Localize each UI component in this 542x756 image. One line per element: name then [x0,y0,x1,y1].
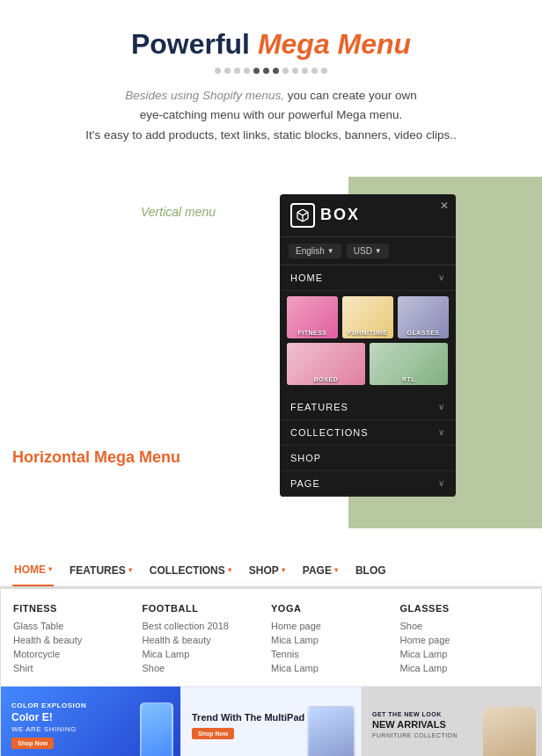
banner-text-3: Get the new look NEW ARRIVALS Furniture … [372,711,458,738]
rtl-label: RTL [402,376,415,382]
col-title-yoga: YOGA [271,603,392,614]
tablet-image [307,706,355,756]
sidebar-logo: BOX [290,203,360,228]
col-title-fitness: FITNESS [13,603,134,614]
dropdown-col-football: FOOTBALL Best collection 2018 Health & b… [143,603,272,677]
hmenu-item-page[interactable]: PAGE ▾ [301,564,340,577]
col-item[interactable]: Home page [400,635,521,645]
banner-btn-1[interactable]: Shop Now [11,738,54,749]
col-item[interactable]: Best collection 2018 [143,621,263,631]
sidebar-nav-shop[interactable]: SHOP [280,446,456,471]
hmenu-item-collections[interactable]: COLLECTIONS ▾ [148,564,233,577]
banner-title-1: Color E! [11,711,86,723]
dropdown-columns: FITNESS Glass Table Health & beauty Moto… [1,589,541,687]
col-item[interactable]: Tennis [271,649,392,659]
dropdown-col-fitness: FITNESS Glass Table Health & beauty Moto… [13,603,143,677]
sidebar-nav-page[interactable]: PAGE ∨ [280,471,456,497]
dot [244,68,250,74]
glasses-label: GLASSES [407,330,440,336]
phone-image [140,702,173,756]
sidebar-nav-features[interactable]: FEATURES ∨ [280,395,456,420]
banner-sub-1: We are shining [11,725,86,733]
dot [302,68,308,74]
currency-selector[interactable]: USD ▼ [347,244,389,258]
logo-icon [290,203,315,228]
hmenu-wrapper: HOME ▾ FEATURES ▾ COLLECTIONS ▾ SHOP ▾ P… [0,555,542,756]
col-item[interactable]: Mica Lamp [400,649,521,659]
dropdown-panel: FITNESS Glass Table Health & beauty Moto… [0,588,542,756]
sidebar-home-grid: FITNESS FURNITURE GLASSES BOXED RTL [280,291,456,395]
col-title-glasses: GLASSES [400,603,521,614]
banner-new-arrivals: Get the new look NEW ARRIVALS Furniture … [362,687,541,756]
banner-eyebrow-3: Get the new look [372,711,458,717]
dot [234,68,240,74]
col-item[interactable]: Glass Table [13,621,134,631]
furniture-thumb[interactable]: FURNITURE [342,296,393,338]
hero-title-regular: Powerful [131,28,250,60]
banner-text-2: Trend With The MultiPad Shop Now [192,711,304,739]
fitness-label: FITNESS [297,330,326,336]
dropdown-col-yoga: YOGA Home page Mica Lamp Tennis Mica Lam… [271,603,400,677]
col-item[interactable]: Home page [271,621,392,631]
dots-row [18,68,524,74]
col-item[interactable]: Health & beauty [143,635,263,645]
banner-title-2: Trend With The MultiPad [192,711,304,723]
banner-row: Color Explosion Color E! We are shining … [1,687,541,756]
dot [282,68,289,74]
hero-description: Besides using Shopify menus, you can cre… [18,86,524,145]
banner-btn-2[interactable]: Shop Now [192,728,234,739]
fitness-thumb[interactable]: FITNESS [287,296,338,338]
pillow-image [483,707,536,756]
language-selector[interactable]: English ▼ [289,244,341,258]
img-row-2: BOXED RTL [287,343,449,385]
dot-active [263,68,269,74]
banner-color-explosion: Color Explosion Color E! We are shining … [1,687,180,756]
hero-desc-italic: Besides using Shopify menus, [125,89,284,102]
col-item[interactable]: Motorcycle [13,649,134,659]
banner-multipad: Trend With The MultiPad Shop Now [180,687,362,756]
sidebar-mock: BOX ✕ English ▼ USD ▼ HOME ∨ FITNESS [280,194,456,497]
col-title-football: FOOTBALL [143,603,263,614]
hmenu-item-home[interactable]: HOME ▾ [12,555,54,586]
dropdown-col-glasses: GLASSES Shoe Home page Mica Lamp Mica La… [400,603,530,677]
sidebar-nav-collections[interactable]: COLLECTIONS ∨ [280,420,456,446]
dot [311,68,318,74]
col-item[interactable]: Mica Lamp [271,663,392,673]
banner-title-3: NEW ARRIVALS [372,719,458,731]
horizontal-label: Horizontal Mega Menu [12,448,180,467]
sidebar-controls: English ▼ USD ▼ [280,237,456,265]
hmenu-bar: HOME ▾ FEATURES ▾ COLLECTIONS ▾ SHOP ▾ P… [0,555,542,588]
col-item[interactable]: Shoe [143,663,263,673]
hero-section: Powerful Mega Menu Besides using Shopify… [0,0,542,159]
furniture-label: FURNITURE [348,330,388,336]
hmenu-item-features[interactable]: FEATURES ▾ [68,564,134,577]
dot-active [273,68,279,74]
col-item[interactable]: Mica Lamp [400,663,521,673]
col-item[interactable]: Shoe [400,621,521,631]
close-icon[interactable]: ✕ [440,200,449,212]
hmenu-item-blog[interactable]: BLOG [354,564,388,577]
hero-title-accent: Mega Menu [258,28,411,60]
dot [224,68,231,74]
vertical-menu-label: Vertical menu [141,205,216,219]
banner-eyebrow-1: Color Explosion [11,701,86,709]
boxed-thumb[interactable]: BOXED [287,343,365,385]
col-item[interactable]: Health & beauty [13,635,134,645]
sidebar-nav-home[interactable]: HOME ∨ [280,265,456,291]
dot [292,68,298,74]
glasses-thumb[interactable]: GLASSES [398,296,449,338]
col-item[interactable]: Mica Lamp [143,649,263,659]
dot [321,68,327,74]
banner-sub-3: Furniture Collection [372,732,458,738]
img-row-1: FITNESS FURNITURE GLASSES [287,296,449,338]
hmenu-item-shop[interactable]: SHOP ▾ [247,564,287,577]
dot [215,68,221,74]
banner-text-1: Color Explosion Color E! We are shining … [11,701,86,749]
hero-title: Powerful Mega Menu [18,28,524,61]
dot-active [253,68,260,74]
col-item[interactable]: Shirt [13,663,134,673]
sidebar-header: BOX ✕ [280,194,456,237]
rtl-thumb[interactable]: RTL [370,343,448,385]
col-item[interactable]: Mica Lamp [271,635,392,645]
boxed-label: BOXED [314,376,338,382]
